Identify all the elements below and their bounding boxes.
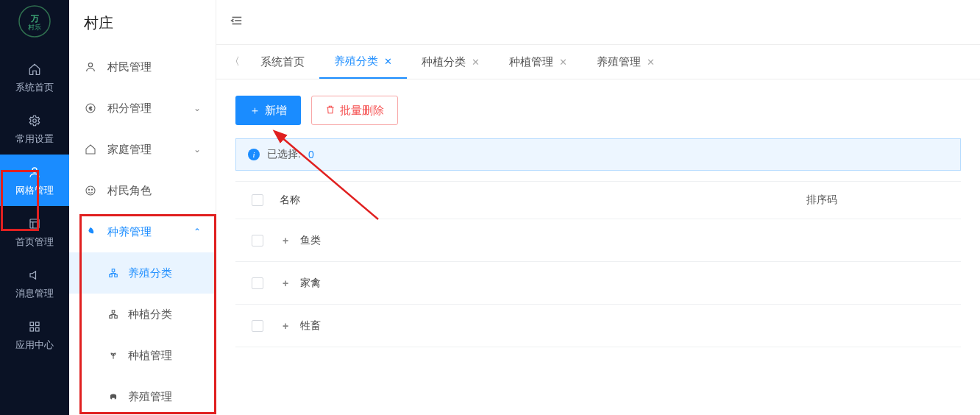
nav-item-grid[interactable]: 网格管理 bbox=[0, 155, 69, 206]
sidebar-sub-label: 种植管理 bbox=[128, 349, 172, 363]
tab-system-home[interactable]: 系统首页 bbox=[246, 45, 319, 79]
tab-label: 系统首页 bbox=[260, 55, 305, 69]
chevron-down-icon: ⌄ bbox=[193, 103, 201, 113]
leaf-icon bbox=[84, 226, 97, 238]
cow-icon bbox=[107, 391, 119, 402]
user-icon bbox=[27, 165, 42, 180]
tabs-scroll-left[interactable]: 〈 bbox=[224, 45, 246, 79]
close-icon[interactable]: ✕ bbox=[384, 56, 392, 67]
sidebar-item-farming[interactable]: 种养管理 ⌃ bbox=[69, 211, 216, 252]
chevron-down-icon: ⌄ bbox=[193, 144, 201, 155]
row-checkbox[interactable] bbox=[252, 235, 263, 246]
svg-point-15 bbox=[86, 186, 95, 195]
trash-icon bbox=[325, 104, 335, 117]
nav-label: 常用设置 bbox=[15, 132, 54, 146]
nav-item-apps[interactable]: 应用中心 bbox=[0, 309, 69, 361]
tab-label: 种植分类 bbox=[422, 55, 466, 69]
svg-point-17 bbox=[91, 189, 92, 190]
sidebar-item-label: 家庭管理 bbox=[107, 143, 183, 157]
tab-breed-manage[interactable]: 养殖管理 ✕ bbox=[582, 45, 670, 79]
sidebar-item-points[interactable]: € 积分管理 ⌄ bbox=[69, 88, 216, 129]
svg-rect-5 bbox=[30, 219, 39, 228]
svg-rect-19 bbox=[110, 274, 113, 277]
apps-icon bbox=[27, 319, 42, 334]
select-all-checkbox[interactable] bbox=[252, 194, 263, 206]
info-prefix: 已选择: bbox=[267, 148, 301, 161]
sidebar-sub-breed-category[interactable]: 养殖分类 bbox=[69, 252, 216, 294]
sidebar-sub-plant-category[interactable]: 种植分类 bbox=[69, 294, 216, 335]
sidebar-item-label: 村民角色 bbox=[107, 184, 201, 198]
nav-label: 消息管理 bbox=[15, 287, 54, 300]
category-icon bbox=[107, 268, 119, 278]
svg-rect-26 bbox=[110, 316, 113, 319]
expand-icon[interactable]: + bbox=[280, 320, 291, 332]
nav-item-home[interactable]: 系统首页 bbox=[0, 52, 69, 103]
coin-icon: € bbox=[84, 102, 97, 114]
svg-rect-11 bbox=[36, 328, 40, 332]
nav-item-settings[interactable]: 常用设置 bbox=[0, 103, 69, 155]
batch-delete-button[interactable]: 批量删除 bbox=[311, 96, 398, 125]
table-row: + 鱼类 bbox=[235, 219, 961, 262]
close-icon[interactable]: ✕ bbox=[472, 57, 480, 68]
plus-icon: ＋ bbox=[249, 104, 260, 118]
svg-rect-8 bbox=[30, 322, 34, 326]
speaker-icon bbox=[27, 268, 42, 283]
svg-rect-27 bbox=[115, 316, 118, 319]
selection-count: 0 bbox=[308, 149, 314, 160]
row-checkbox[interactable] bbox=[252, 320, 263, 332]
face-icon bbox=[84, 185, 97, 196]
home-icon bbox=[27, 62, 42, 77]
nav-item-page[interactable]: 首页管理 bbox=[0, 206, 69, 258]
row-name: 家禽 bbox=[300, 277, 321, 290]
nav-label: 网格管理 bbox=[15, 184, 54, 197]
column-header-name: 名称 bbox=[280, 194, 806, 207]
tab-label: 种植管理 bbox=[509, 55, 553, 69]
close-icon[interactable]: ✕ bbox=[647, 57, 655, 68]
button-label: 批量删除 bbox=[340, 104, 384, 118]
tab-breed-category[interactable]: 养殖分类 ✕ bbox=[319, 45, 407, 79]
home-icon bbox=[84, 143, 97, 155]
nav-label: 首页管理 bbox=[15, 235, 54, 249]
expand-icon[interactable]: + bbox=[280, 277, 291, 289]
sidebar-sub-plant-manage[interactable]: 种植管理 bbox=[69, 335, 216, 376]
svg-point-12 bbox=[88, 63, 92, 67]
tabs-bar: 〈 系统首页 养殖分类 ✕ 种植分类 ✕ 种植管理 ✕ 养殖管理 ✕ bbox=[216, 44, 980, 79]
sidebar-item-roles[interactable]: 村民角色 bbox=[69, 170, 216, 211]
collapse-sidebar-icon[interactable] bbox=[230, 15, 243, 30]
svg-text:万: 万 bbox=[30, 14, 39, 23]
primary-nav: 万村乐 系统首页 常用设置 网格管理 首页管理 消息管理 应用中心 bbox=[0, 0, 69, 415]
chevron-up-icon: ⌃ bbox=[193, 227, 201, 237]
content-panel: ＋ 新增 批量删除 i 已选择: 0 名称 排序码 bbox=[216, 79, 980, 415]
svg-text:村乐: 村乐 bbox=[27, 24, 41, 31]
sidebar-item-label: 村民管理 bbox=[107, 60, 201, 74]
svg-point-4 bbox=[32, 168, 37, 172]
svg-rect-18 bbox=[112, 269, 115, 272]
sidebar-item-family[interactable]: 家庭管理 ⌄ bbox=[69, 129, 216, 170]
info-icon: i bbox=[248, 149, 260, 160]
table-row: + 牲畜 bbox=[235, 305, 961, 347]
column-header-sort: 排序码 bbox=[806, 194, 961, 207]
add-button[interactable]: ＋ 新增 bbox=[235, 96, 301, 125]
data-table: 名称 排序码 + 鱼类 + 家禽 bbox=[235, 181, 961, 347]
sidebar-sub-breed-manage[interactable]: 养殖管理 bbox=[69, 376, 216, 415]
sidebar-item-villagers[interactable]: 村民管理 bbox=[69, 46, 216, 88]
sidebar-item-label: 种养管理 bbox=[107, 225, 183, 239]
svg-rect-10 bbox=[30, 328, 34, 332]
tab-plant-category[interactable]: 种植分类 ✕ bbox=[407, 45, 494, 79]
button-label: 新增 bbox=[265, 104, 287, 118]
app-logo: 万村乐 bbox=[18, 4, 52, 38]
svg-rect-25 bbox=[112, 311, 115, 313]
close-icon[interactable]: ✕ bbox=[559, 57, 567, 68]
svg-text:€: € bbox=[89, 106, 92, 111]
row-checkbox[interactable] bbox=[252, 277, 263, 289]
sprout-icon bbox=[107, 350, 119, 361]
nav-item-msg[interactable]: 消息管理 bbox=[0, 258, 69, 309]
gear-icon bbox=[27, 113, 42, 128]
toolbar: ＋ 新增 批量删除 bbox=[235, 96, 980, 125]
svg-point-16 bbox=[88, 189, 89, 190]
svg-rect-20 bbox=[115, 274, 118, 277]
sidebar-item-label: 积分管理 bbox=[107, 102, 183, 116]
tab-plant-manage[interactable]: 种植管理 ✕ bbox=[494, 45, 582, 79]
tab-label: 养殖管理 bbox=[597, 55, 641, 69]
expand-icon[interactable]: + bbox=[280, 235, 291, 246]
